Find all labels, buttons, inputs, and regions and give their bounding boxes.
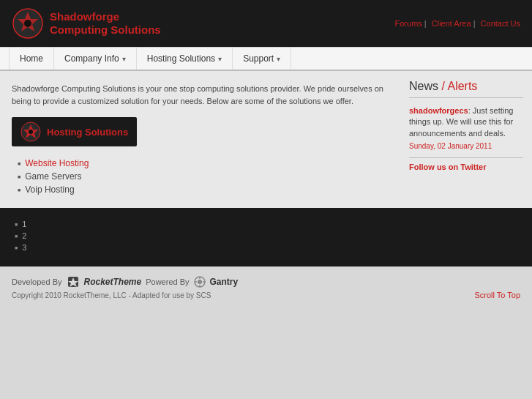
scroll-to-top-button[interactable]: Scroll To Top [474,291,520,299]
logo-line2: Computing Solutions [50,23,161,37]
hosting-box-label: Hosting Solutions [47,127,128,138]
gantry-brand: Gantry [210,277,239,287]
logo-line1: Shadowforge [50,10,161,23]
news-slash: / Alerts [441,80,477,92]
content-area: Shadowforge Computing Solutions is your … [0,71,400,208]
news-date: Sunday, 02 January 2011 [409,142,523,150]
sidebar: News / Alerts shadowforgecs: Just settin… [400,71,532,208]
rockettheme-brand: RocketTheme [84,277,142,287]
intro-paragraph: Shadowforge Computing Solutions is your … [12,83,389,107]
logo-icon [12,7,44,40]
chevron-down-icon: ▾ [122,55,126,63]
nav-hosting-solutions[interactable]: Hosting Solutions ▾ [137,48,233,70]
news-username: shadowforgecs [409,106,468,115]
logo-text: Shadowforge Computing Solutions [50,10,161,37]
nav-home[interactable]: Home [9,48,54,70]
gantry-gear-icon [194,276,206,288]
main-content: Shadowforge Computing Solutions is your … [0,71,532,208]
list-item-voip-hosting: Voip Hosting [18,183,389,196]
hosting-solutions-banner: Hosting Solutions [12,117,137,146]
chevron-down-icon: ▾ [218,55,222,63]
svg-point-2 [24,20,31,27]
solutions-list: Website Hosting Game Servers Voip Hostin… [12,157,389,196]
nav-support-label: Support [243,53,274,64]
nav-company-info[interactable]: Company Info ▾ [54,48,137,70]
header-links: Forums | Client Area | Contact Us [392,19,520,28]
chevron-down-icon: ▾ [277,55,280,63]
footer-copyright: Copyright 2010 RocketTheme, LLC - Adapte… [12,291,520,299]
list-item-game-servers: Game Servers [18,170,389,183]
hosting-icon [20,122,41,142]
footer-list-item: 2 [15,230,517,242]
nav-support[interactable]: Support ▾ [233,48,291,70]
rockettheme-icon [67,275,80,288]
twitter-follow-link[interactable]: Follow us on Twitter [409,157,523,171]
footer-list: 1 2 3 [15,218,517,253]
voip-hosting-text: Voip Hosting [25,184,74,195]
news-item: shadowforgecs: Just setting things up. W… [409,105,523,150]
contact-link[interactable]: Contact Us [481,19,520,28]
footer-light: Developed By RocketTheme Powered By Gant… [0,266,532,308]
game-servers-text: Game Servers [25,171,81,182]
navigation: Home Company Info ▾ Hosting Solutions ▾ … [0,47,532,71]
nav-company-info-label: Company Info [64,53,119,64]
link-sep1: | [424,19,429,28]
list-item-website-hosting: Website Hosting [18,157,389,170]
nav-hosting-label: Hosting Solutions [147,53,215,64]
link-sep2: | [473,19,478,28]
logo-area: Shadowforge Computing Solutions [12,7,161,40]
footer-list-item: 1 [15,218,517,230]
svg-point-5 [29,130,33,134]
footer-list-item: 3 [15,242,517,253]
powered-by-label: Powered By [146,277,189,286]
developed-by-label: Developed By [12,277,62,286]
client-area-link[interactable]: Client Area [432,19,471,28]
news-title: News / Alerts [409,80,523,98]
nav-home-label: Home [20,53,43,64]
footer-credits: Developed By RocketTheme Powered By Gant… [12,275,520,288]
svg-point-9 [198,280,202,284]
header: Shadowforge Computing Solutions Forums |… [0,0,532,47]
forums-link[interactable]: Forums [395,19,422,28]
website-hosting-link[interactable]: Website Hosting [25,158,89,168]
footer-dark: 1 2 3 [0,208,532,266]
news-label: News [409,80,441,92]
